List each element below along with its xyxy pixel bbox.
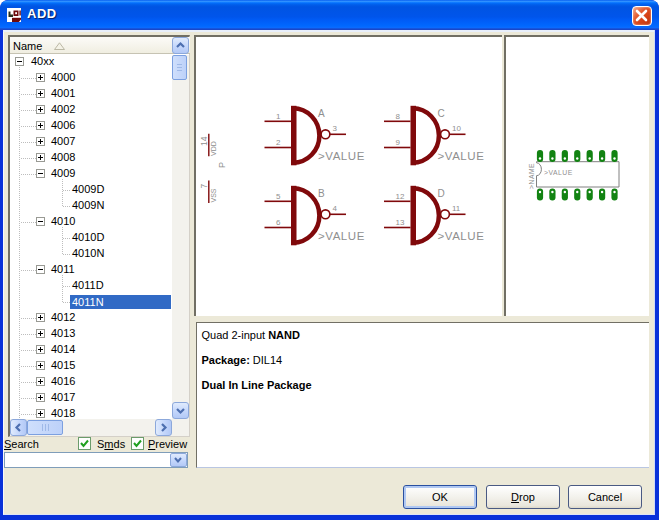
svg-text:>VALUE: >VALUE bbox=[544, 169, 573, 176]
svg-text:6: 6 bbox=[276, 218, 281, 227]
svg-text:>NAME: >NAME bbox=[528, 163, 535, 189]
svg-text:>VALUE: >VALUE bbox=[318, 150, 365, 162]
svg-text:12: 12 bbox=[396, 192, 405, 201]
svg-text:8: 8 bbox=[396, 112, 401, 121]
svg-text:D: D bbox=[438, 188, 445, 199]
svg-text:10: 10 bbox=[452, 124, 461, 133]
svg-text:A: A bbox=[318, 108, 325, 119]
svg-text:7: 7 bbox=[199, 184, 209, 189]
svg-text:VSS: VSS bbox=[210, 188, 217, 202]
svg-text:B: B bbox=[318, 188, 325, 199]
svg-text:VDD: VDD bbox=[210, 141, 217, 156]
svg-text:13: 13 bbox=[396, 218, 405, 227]
svg-text:5: 5 bbox=[276, 192, 281, 201]
svg-text:4: 4 bbox=[333, 204, 338, 213]
svg-text:14: 14 bbox=[199, 136, 209, 146]
svg-text:2: 2 bbox=[276, 138, 281, 147]
svg-text:9: 9 bbox=[396, 138, 401, 147]
svg-text:>VALUE: >VALUE bbox=[318, 230, 365, 242]
svg-text:P: P bbox=[217, 162, 227, 168]
svg-text:11: 11 bbox=[452, 204, 461, 213]
svg-text:3: 3 bbox=[333, 124, 338, 133]
svg-text:>VALUE: >VALUE bbox=[438, 150, 485, 162]
svg-text:1: 1 bbox=[276, 112, 281, 121]
svg-text:C: C bbox=[438, 108, 445, 119]
svg-text:>VALUE: >VALUE bbox=[438, 230, 485, 242]
